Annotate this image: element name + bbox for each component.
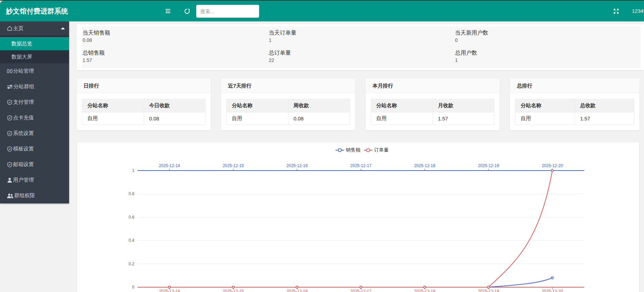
sidebar-item-label: 邮箱设置 [13,161,34,168]
sidebar-item-label: 支付管理 [13,99,34,106]
sidebar-item-user-manage[interactable]: 用户管理 [0,172,69,188]
stat-label: 总销售额 [83,49,268,57]
search-input[interactable] [196,5,259,18]
ranking-card-week: 近7天排行分站名称周收款自用0.08 [221,79,355,130]
stat-value: 0.08 [83,37,268,44]
chart-card: 销售额订单量 00.20.40.60.812025-12-142025-12-1… [77,142,640,292]
sidebar-item-label: 模板设置 [13,146,34,152]
ranking-card-title: 近7天排行 [221,79,355,93]
ranking-col-name: 分站名称 [371,99,433,112]
svg-text:2025-12-19: 2025-12-19 [478,163,499,168]
ranking-card-body: 分站名称今日收款自用0.08 [77,93,211,130]
svg-text:2025-12-18: 2025-12-18 [414,163,436,168]
sidebar: 主页 数据总览 数据大屏 分站管理分站群组支付管理点卡充值系统设置模板设置邮箱设… [0,21,69,203]
username[interactable]: 12345 [632,1,644,21]
sidebar-item-substation-manage[interactable]: 分站管理 [0,63,69,79]
table-row[interactable]: 自用1.57 [371,112,494,125]
user-icon [7,177,12,183]
component-icon [7,69,12,73]
svg-text:2025-12-17: 2025-12-17 [350,289,372,292]
ranking-site-name: 自用 [515,112,575,125]
home-icon [7,26,12,31]
stats-col-sales: 当天销售额 0.08 总销售额 1.57 [82,26,268,68]
search-box [196,5,259,18]
ranking-col-name: 分站名称 [227,99,288,112]
sidebar-item-card-recharge[interactable]: 点卡充值 [0,110,69,126]
svg-text:0.2: 0.2 [129,262,134,266]
svg-text:1: 1 [132,168,134,173]
sidebar-item-home[interactable]: 主页 [0,21,69,35]
ranking-site-name: 自用 [227,112,288,125]
svg-text:2025-12-15: 2025-12-15 [222,289,244,292]
sidebar-item-label: 主页 [13,25,23,32]
shield-check-icon [7,162,12,167]
ranking-card-body: 分站名称周收款自用0.08 [221,93,355,130]
stat-value: 0 [455,37,641,44]
svg-text:0.4: 0.4 [129,238,134,243]
sidebar-item-substation-groups[interactable]: 分站群组 [0,79,69,94]
sidebar-submenu: 数据总览 数据大屏 [0,35,69,63]
svg-text:2025-12-14: 2025-12-14 [159,289,180,292]
chevron-up-icon [61,27,65,29]
ranking-card-title: 本月排行 [366,79,500,93]
svg-text:2025-12-15: 2025-12-15 [222,163,244,168]
sidebar-item-template-settings[interactable]: 模板设置 [0,141,69,157]
collapse-menu-icon[interactable] [161,1,175,21]
ranking-site-name: 自用 [82,112,144,125]
header: 妙文馆付费进群系统 12345 [0,1,644,21]
sidebar-item-label: 点卡充值 [13,115,34,121]
svg-text:2025-12-19: 2025-12-19 [478,289,499,292]
svg-text:0.6: 0.6 [129,215,134,220]
svg-text:0: 0 [132,285,134,290]
sidebar-item-mail-settings[interactable]: 邮箱设置 [0,157,69,172]
ranking-amount: 0.08 [144,112,206,125]
ranking-col-amount: 月收款 [433,99,494,112]
ranking-site-name: 自用 [371,112,433,125]
sidebar-item-label: 分站群组 [13,83,34,90]
ranking-col-amount: 总收款 [575,99,634,112]
sidebar-item-data-screen[interactable]: 数据大屏 [0,50,69,63]
stat-label: 当天订单量 [269,29,454,37]
window-top-edge [0,0,644,1]
svg-text:2025-12-16: 2025-12-16 [286,163,308,168]
sidebar-item-data-overview[interactable]: 数据总览 [0,37,69,50]
svg-text:2025-12-20: 2025-12-20 [542,163,563,168]
svg-text:2025-12-18: 2025-12-18 [414,289,436,292]
ranking-cards: 日排行分站名称今日收款自用0.08近7天排行分站名称周收款自用0.08本月排行分… [77,79,640,130]
ranking-card-body: 分站名称月收款自用1.57 [366,93,500,130]
ranking-amount: 0.08 [288,112,350,125]
stats-panel: 当天销售额 0.08 总销售额 1.57 当天订单量 1 总订单量 22 当天新… [77,24,644,70]
shield-check-icon [7,115,12,121]
svg-text:0.8: 0.8 [129,191,134,196]
stats-col-users: 当天新用户数 0 总用户数 1 [454,26,641,68]
ranking-card-total: 总排行分站名称总收款自用1.57 [510,79,640,130]
sidebar-item-label: 群组权限 [14,192,35,199]
stat-label: 当天销售额 [83,29,268,37]
sidebar-item-label: 用户管理 [13,177,34,183]
sidebar-item-system-settings[interactable]: 系统设置 [0,126,69,141]
ranking-card-body: 分站名称总收款自用1.57 [510,93,640,130]
ranking-card-month: 本月排行分站名称月收款自用1.57 [366,79,500,130]
svg-text:2025-12-17: 2025-12-17 [350,163,372,168]
svg-text:2025-12-16: 2025-12-16 [286,289,308,292]
table-row[interactable]: 自用0.08 [82,112,206,125]
line-chart: 00.20.40.60.812025-12-142025-12-152025-1… [77,143,640,292]
ranking-col-name: 分站名称 [82,99,144,112]
sidebar-item-group-permissions[interactable]: 群组权限 [0,188,69,203]
sidebar-item-payment-manage[interactable]: 支付管理 [0,94,69,110]
stats-col-orders: 当天订单量 1 总订单量 22 [268,26,454,68]
ranking-col-amount: 今日收款 [144,99,206,112]
stat-value: 1 [455,57,641,64]
table-row[interactable]: 自用0.08 [227,112,350,125]
sliders-icon [7,84,13,89]
stat-value: 22 [269,57,454,64]
shield-check-icon [7,146,12,152]
ranking-col-amount: 周收款 [288,99,350,112]
ranking-col-name: 分站名称 [515,99,575,112]
fullscreen-icon[interactable] [609,1,623,21]
table-row[interactable]: 自用1.57 [515,112,634,125]
ranking-card-daily: 日排行分站名称今日收款自用0.08 [77,79,211,130]
stat-label: 总用户数 [455,49,641,57]
svg-text:2025-12-20: 2025-12-20 [542,289,563,292]
refresh-icon[interactable] [180,1,193,21]
